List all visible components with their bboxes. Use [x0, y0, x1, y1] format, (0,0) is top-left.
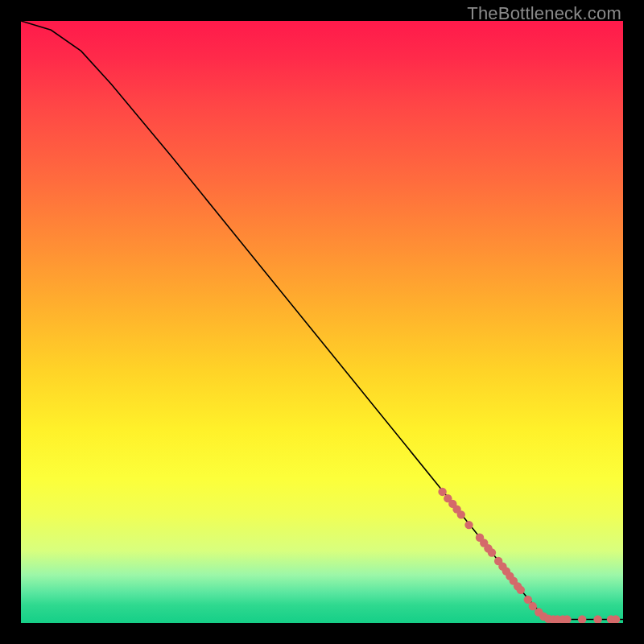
chart-svg [21, 21, 623, 623]
chart-point [488, 548, 496, 556]
plot-area [21, 21, 623, 623]
chart-point [438, 488, 446, 496]
chart-curve [21, 21, 623, 620]
chart-point [464, 521, 473, 529]
chart-stage: TheBottleneck.com [0, 0, 644, 644]
chart-point [593, 615, 601, 623]
chart-point [457, 510, 465, 518]
chart-point [517, 586, 525, 594]
chart-point [529, 602, 537, 610]
chart-point [578, 615, 586, 623]
chart-points-group [438, 488, 620, 623]
